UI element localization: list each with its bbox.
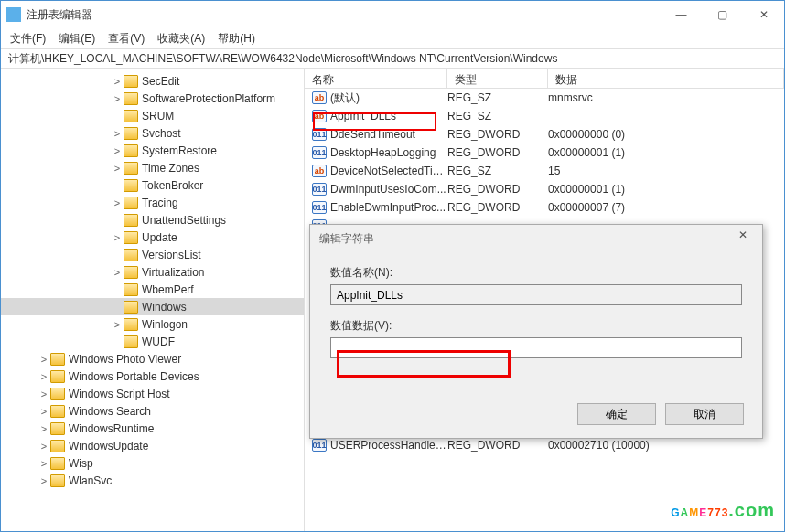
value-data: 0x00000007 (7): [548, 201, 625, 214]
value-name-label: 数值名称(N):: [330, 265, 742, 281]
tree-item[interactable]: VersionsList: [1, 246, 304, 263]
menu-view[interactable]: 查看(V): [102, 29, 150, 48]
tree-pane[interactable]: >SecEdit>SoftwareProtectionPlatformSRUM>…: [1, 69, 305, 531]
tree-label: WbemPerf: [142, 283, 194, 296]
tree-label: Time Zones: [142, 162, 199, 175]
tree-item[interactable]: >Windows Script Host: [1, 385, 304, 402]
tree-item[interactable]: >Wisp: [1, 454, 304, 472]
tree-item[interactable]: >WlanSvc: [1, 472, 304, 489]
value-name: DwmInputUsesIoCom...: [330, 183, 447, 196]
folder-icon: [124, 266, 138, 279]
expander-icon[interactable]: >: [111, 128, 124, 139]
list-row[interactable]: 011USERProcessHandleQ...REG_DWORD0x00002…: [305, 436, 784, 454]
ok-button[interactable]: 确定: [577, 403, 656, 425]
tree-item[interactable]: >Windows Photo Viewer: [1, 350, 304, 367]
folder-icon: [124, 231, 138, 244]
value-type: REG_SZ: [447, 110, 548, 122]
address-bar[interactable]: 计算机\HKEY_LOCAL_MACHINE\SOFTWARE\WOW6432N…: [1, 48, 784, 69]
expander-icon[interactable]: >: [38, 354, 50, 365]
expander-icon[interactable]: >: [38, 458, 50, 469]
expander-icon[interactable]: >: [38, 371, 50, 382]
tree-item[interactable]: >Windows Search: [1, 402, 304, 420]
menu-file[interactable]: 文件(F): [5, 29, 51, 48]
folder-icon: [124, 249, 138, 261]
tree-item[interactable]: >Svchost: [1, 124, 304, 142]
tree-item[interactable]: >Time Zones: [1, 159, 304, 176]
expander-icon[interactable]: >: [111, 267, 124, 278]
tree-item[interactable]: WbemPerf: [1, 281, 304, 298]
list-row[interactable]: 011DesktopHeapLoggingREG_DWORD0x00000001…: [305, 144, 784, 162]
value-name-input: [330, 284, 742, 305]
dialog-close-button[interactable]: ✕: [729, 229, 757, 241]
window-title: 注册表编辑器: [27, 7, 661, 23]
tree-label: Windows Script Host: [69, 388, 170, 400]
expander-icon[interactable]: >: [38, 441, 50, 452]
expander-icon[interactable]: >: [111, 232, 124, 243]
tree-item[interactable]: SRUM: [1, 107, 304, 124]
folder-icon: [124, 283, 138, 296]
expander-icon[interactable]: >: [111, 163, 124, 174]
folder-icon: [124, 144, 138, 157]
tree-label: SoftwareProtectionPlatform: [142, 92, 275, 105]
tree-item[interactable]: >Virtualization: [1, 263, 304, 281]
close-button[interactable]: ✕: [743, 1, 784, 28]
folder-icon: [124, 162, 138, 175]
folder-icon: [124, 197, 138, 209]
folder-icon: [50, 422, 65, 435]
expander-icon[interactable]: >: [111, 145, 124, 156]
menu-favorites[interactable]: 收藏夹(A): [152, 29, 210, 48]
folder-icon: [124, 75, 138, 88]
titlebar: 注册表编辑器 — ▢ ✕: [1, 1, 784, 28]
list-row[interactable]: 011DdeSendTimeoutREG_DWORD0x00000000 (0): [305, 125, 784, 144]
expander-icon[interactable]: >: [38, 388, 50, 399]
expander-icon[interactable]: >: [111, 93, 124, 104]
expander-icon[interactable]: >: [111, 76, 124, 87]
tree-item[interactable]: >Winlogon: [1, 315, 304, 333]
list-row[interactable]: 011EnableDwmInputProc...REG_DWORD0x00000…: [305, 198, 784, 217]
tree-item[interactable]: >WindowsRuntime: [1, 420, 304, 437]
list-row[interactable]: ab(默认)REG_SZmnmsrvc: [305, 89, 784, 107]
tree-item[interactable]: >Update: [1, 229, 304, 246]
tree-item[interactable]: Windows: [1, 298, 304, 315]
tree-item[interactable]: TokenBroker: [1, 176, 304, 194]
expander-icon[interactable]: >: [38, 475, 50, 486]
expander-icon[interactable]: >: [38, 406, 50, 417]
tree-label: Tracing: [142, 197, 178, 209]
expander-icon[interactable]: >: [38, 423, 50, 434]
minimize-button[interactable]: —: [661, 1, 702, 28]
tree-item[interactable]: >WindowsUpdate: [1, 437, 304, 454]
tree-label: SRUM: [142, 110, 174, 122]
tree-label: Update: [142, 231, 177, 244]
tree-item[interactable]: >SystemRestore: [1, 142, 304, 159]
folder-icon: [50, 474, 65, 487]
tree-item[interactable]: >SecEdit: [1, 72, 304, 90]
col-name[interactable]: 名称: [305, 69, 447, 88]
list-row[interactable]: abAppInit_DLLsREG_SZ: [305, 107, 784, 125]
maximize-button[interactable]: ▢: [702, 1, 743, 28]
value-type: REG_SZ: [447, 91, 548, 104]
list-row[interactable]: 011DwmInputUsesIoCom...REG_DWORD0x000000…: [305, 180, 784, 198]
col-type[interactable]: 类型: [447, 69, 548, 88]
value-data-input[interactable]: [330, 337, 742, 358]
value-data: 0x00000000 (0): [548, 128, 625, 141]
menu-edit[interactable]: 编辑(E): [53, 29, 101, 48]
value-type: REG_DWORD: [447, 201, 548, 214]
menubar: 文件(F) 编辑(E) 查看(V) 收藏夹(A) 帮助(H): [1, 28, 784, 48]
menu-help[interactable]: 帮助(H): [212, 29, 261, 48]
expander-icon[interactable]: >: [111, 319, 124, 330]
tree-item[interactable]: >SoftwareProtectionPlatform: [1, 90, 304, 107]
cancel-button[interactable]: 取消: [665, 403, 744, 425]
edit-string-dialog: 编辑字符串 ✕ 数值名称(N): 数值数据(V): 确定 取消: [309, 224, 763, 439]
value-data: 0x00000001 (1): [548, 146, 625, 159]
tree-label: Svchost: [142, 127, 181, 140]
list-row[interactable]: abDeviceNotSelectedTim...REG_SZ15: [305, 162, 784, 180]
tree-item[interactable]: WUDF: [1, 333, 304, 350]
tree-item[interactable]: >Windows Portable Devices: [1, 367, 304, 385]
window-controls: — ▢ ✕: [661, 1, 784, 28]
tree-item[interactable]: UnattendSettings: [1, 211, 304, 229]
tree-label: Winlogon: [142, 318, 188, 331]
binary-value-icon: 011: [312, 146, 327, 159]
tree-item[interactable]: >Tracing: [1, 194, 304, 211]
expander-icon[interactable]: >: [111, 197, 124, 208]
col-data[interactable]: 数据: [548, 69, 784, 88]
